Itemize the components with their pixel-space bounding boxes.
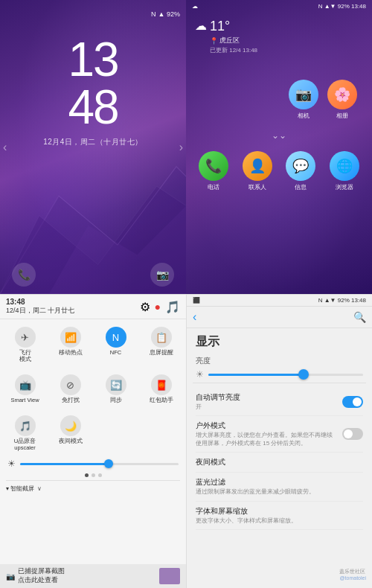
smart-view-toggle[interactable]: 📺 Smart View	[3, 370, 47, 408]
browser-app-icon[interactable]: 🌐	[330, 151, 359, 181]
brightness-fill	[20, 463, 107, 465]
messages-app[interactable]: 💬 信息	[286, 151, 315, 191]
outdoor-mode-row: 户外模式 增大屏幕亮度，以便您在户外查看。如果您不再继续使用屏幕，户外模式将在 …	[196, 421, 363, 447]
contacts-app-icon[interactable]: 👤	[243, 151, 272, 181]
expand-icon[interactable]: ∨	[37, 485, 42, 492]
red-packet-label: 红包助手	[150, 397, 173, 403]
outdoor-mode-item[interactable]: 户外模式 增大屏幕亮度，以便您在户外查看。如果您不再继续使用屏幕，户外模式将在 …	[196, 416, 363, 453]
messages-app-icon[interactable]: 💬	[286, 151, 315, 181]
browser-app-label: 浏览器	[336, 183, 353, 191]
camera-app-label: 相机	[298, 112, 310, 120]
home-weather-widget: ☁ 11° 📍 虎丘区 已更新 12/4 13:48	[186, 13, 372, 57]
red-packet-toggle[interactable]: 🧧 红包助手	[139, 370, 183, 408]
auto-brightness-item[interactable]: 自动调节亮度 开	[196, 388, 363, 416]
brightness-slider[interactable]	[20, 463, 179, 465]
home-screen: ☁ N ▲▼ 92% 13:48 ☁ 11° 📍 虎丘区 已更新 12/4 13…	[186, 0, 372, 294]
phone-app-icon[interactable]: 📞	[199, 151, 228, 181]
page-indicator	[0, 472, 186, 479]
airplane-icon[interactable]: ✈	[15, 327, 36, 348]
screenshot-title: 已捕捉屏幕截图	[18, 567, 65, 576]
screenshot-icon: 📷	[6, 572, 15, 581]
messages-app-label: 信息	[295, 183, 307, 191]
weather-icon-status: ☁	[192, 3, 198, 10]
contacts-app[interactable]: 👤 联系人	[243, 151, 272, 191]
dnd-icon[interactable]: ⊘	[60, 374, 81, 395]
camera-app[interactable]: 📷 相机	[289, 80, 318, 120]
audio-upscaler-icon[interactable]: 🎵	[15, 415, 36, 436]
dnd-toggle[interactable]: ⊘ 免打扰	[48, 370, 92, 408]
airplane-mode-toggle[interactable]: ✈ 飞行模式	[3, 322, 47, 367]
screen-reminder-icon[interactable]: 📋	[151, 327, 172, 348]
lock-bottom-bar: 📞 📷	[0, 263, 186, 287]
app-grid-bottom: 📞 电话 👤 联系人 💬 信息 🌐 浏览器	[186, 144, 372, 199]
outdoor-mode-toggle[interactable]	[342, 428, 363, 440]
notification-panel: 13:48 12/4日，周二 十月廿七 ⚙ ● 🎵 ✈ 飞行模式 📶 移动热点 …	[0, 294, 186, 588]
settings-search-button[interactable]: 🔍	[353, 311, 366, 323]
font-scale-title: 字体和屏幕缩放	[196, 506, 363, 517]
settings-brightness-slider[interactable]	[208, 374, 363, 376]
gallery-app-icon[interactable]: 🌸	[327, 80, 357, 109]
profile-dot-icon[interactable]: ●	[155, 301, 161, 313]
settings-panel: ⬛ N ▲▼ 92% 13:48 ‹ 🔍 显示 亮度 ☀ 自动调节亮度 开	[186, 294, 372, 588]
battery-icon: ▲ 92%	[158, 10, 180, 18]
phone-shortcut-icon[interactable]: 📞	[12, 263, 36, 287]
lock-status-bar: N ▲ 92%	[0, 7, 186, 21]
brightness-control[interactable]: ☀	[0, 456, 186, 472]
smart-view-icon[interactable]: 📺	[15, 374, 36, 395]
settings-items: 自动调节亮度 开 户外模式 增大屏幕亮度，以便您在户外查看。如果您不再继续使用屏…	[187, 385, 372, 531]
screenshot-info: 已捕捉屏幕截图 点击此处查看	[18, 567, 65, 585]
blue-light-item[interactable]: 蓝光过滤 通过限制屏幕发出的蓝光量来减少眼睛疲劳。	[196, 473, 363, 501]
nfc-label: NFC	[110, 349, 121, 356]
home-status-bar: ☁ N ▲▼ 92% 13:48	[186, 0, 372, 13]
night-mode-item[interactable]: 夜间模式	[196, 453, 363, 473]
audio-upscaler-label: U品原音upscaler	[14, 438, 36, 451]
gallery-app-label: 相册	[336, 112, 348, 120]
hotspot-icon[interactable]: 📶	[60, 327, 81, 348]
settings-brightness-thumb[interactable]	[298, 369, 309, 380]
red-packet-icon[interactable]: 🧧	[151, 374, 172, 395]
gallery-app[interactable]: 🌸 相册	[327, 80, 357, 120]
auto-brightness-row: 自动调节亮度 开	[196, 392, 363, 411]
auto-brightness-status: 开	[196, 403, 240, 411]
page-dot-3	[98, 473, 102, 477]
auto-brightness-toggle[interactable]	[342, 396, 363, 408]
expand-arrow[interactable]: ⌄⌄	[186, 127, 372, 144]
quick-toggle-row1: ✈ 飞行模式 📶 移动热点 N NFC 📋 息屏提醒	[0, 319, 186, 367]
right-arrow-icon[interactable]: ›	[179, 141, 183, 154]
weather-location: 📍 虎丘区	[210, 36, 257, 45]
screenshot-footer[interactable]: 📷 已捕捉屏幕截图 点击此处查看	[0, 564, 186, 588]
sync-icon[interactable]: 🔄	[106, 374, 126, 395]
night-mode-toggle[interactable]: 🌙 夜间模式	[48, 411, 92, 456]
left-arrow-icon[interactable]: ‹	[3, 141, 7, 154]
settings-back-button[interactable]: ‹	[193, 310, 196, 324]
font-scale-item[interactable]: 字体和屏幕缩放 更改字体大小、字体样式和屏幕缩放。	[196, 502, 363, 530]
browser-app[interactable]: 🌐 浏览器	[330, 151, 359, 191]
camera-shortcut-icon[interactable]: 📷	[150, 263, 174, 287]
screen-reminder-toggle[interactable]: 📋 息屏提醒	[139, 322, 183, 367]
brightness-thumb[interactable]	[104, 459, 113, 468]
settings-nav: ‹	[193, 310, 196, 324]
settings-title: 显示	[187, 328, 372, 353]
blue-light-sub: 通过限制屏幕发出的蓝光量来减少眼睛疲劳。	[196, 488, 363, 496]
lock-date: 12月4日，周二（十月廿七）	[43, 137, 143, 147]
nfc-icon[interactable]: N	[106, 327, 126, 348]
audio-upscaler-toggle[interactable]: 🎵 U品原音upscaler	[3, 411, 47, 456]
notif-header-right: ⚙ ● 🎵	[140, 300, 180, 314]
smart-screenshot-row[interactable]: ▾ 智能截屏 ∨	[0, 482, 186, 495]
auto-brightness-title: 自动调节亮度	[196, 392, 240, 403]
phone-app[interactable]: 📞 电话	[199, 151, 228, 191]
signal-icon: N	[151, 10, 156, 18]
settings-status-right: N ▲▼ 92% 13:48	[318, 297, 366, 304]
camera-app-icon[interactable]: 📷	[289, 80, 318, 109]
hotspot-toggle[interactable]: 📶 移动热点	[48, 322, 92, 367]
settings-icon[interactable]: ⚙	[140, 300, 150, 314]
nfc-toggle[interactable]: N NFC	[94, 322, 138, 367]
blue-light-title: 蓝光过滤	[196, 477, 363, 488]
media-icon[interactable]: 🎵	[165, 300, 180, 314]
sync-toggle[interactable]: 🔄 同步	[94, 370, 138, 408]
smart-screenshot-label: ▾ 智能截屏	[6, 485, 34, 493]
outdoor-mode-title: 户外模式	[196, 421, 336, 431]
night-mode-icon[interactable]: 🌙	[60, 415, 81, 436]
night-mode-title: 夜间模式	[196, 457, 363, 467]
font-scale-sub: 更改字体大小、字体样式和屏幕缩放。	[196, 517, 363, 525]
